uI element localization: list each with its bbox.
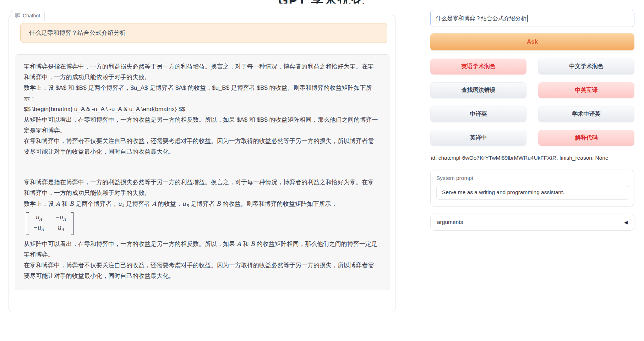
rendered-paragraph-1: 零和博弈是指在博弈中，一方的利益损失必然等于另一方的利益增益。换言之，对于每一种…: [24, 177, 379, 198]
fn-button-zh-en-mutual-translate[interactable]: 中英互译: [538, 82, 634, 98]
bot-answer-raw: 零和博弈是指在博弈中，一方的利益损失必然等于另一方的利益增益。换言之，对于每一种…: [24, 61, 379, 157]
accordion-label: arguments: [437, 219, 463, 225]
text-caret: [527, 15, 528, 22]
system-prompt-group: System prompt Serve me as a writing and …: [430, 170, 634, 207]
chat-bubble-icon: [15, 13, 20, 18]
system-prompt-label: System prompt: [436, 175, 628, 181]
user-message: 什么是零和博弈？结合公式介绍分析: [20, 23, 387, 43]
raw-paragraph-2: 数学上，设 $A$ 和 $B$ 是两个博弈者，$u_A$ 是博弈者 $A$ 的收…: [24, 83, 379, 104]
question-input[interactable]: 什么是零和博弈？结合公式介绍分析: [430, 10, 634, 27]
rendered-paragraph-4: 从矩阵中可以看出，在零和博弈中，一方的收益是另一方的相反数。所以，如果 A 和 …: [24, 238, 379, 260]
rendered-paragraph-5: 在零和博弈中，博弈者不仅要关注自己的收益，还需要考虑对手的收益。因为一方取得的收…: [24, 260, 379, 281]
fn-button-zh-to-en[interactable]: 中译英: [430, 106, 526, 122]
rendered-math-intro: 数学上，设 A 和 B 是两个博弈者，uA 是博弈者 A 的收益，uB 是博弈者…: [24, 198, 379, 211]
raw-paragraph-1: 零和博弈是指在博弈中，一方的利益损失必然等于另一方的利益增益。换言之，对于每一种…: [24, 61, 379, 83]
matrix-left-bracket: [26, 212, 29, 235]
chatbot-label: Chatbot: [23, 13, 40, 18]
raw-paragraph-5: 在零和博弈中，博弈者不仅要关注自己的收益，还需要考虑对手的收益。因为一方取得的收…: [24, 136, 379, 157]
chatbot-panel[interactable]: Chatbot 什么是零和博弈？结合公式介绍分析 零和博弈是指在博弈中，一方的利…: [9, 15, 395, 312]
rendered-matrix: uA −uA −uA uA: [24, 211, 379, 238]
accordion-collapse-icon: ◀: [624, 220, 628, 225]
matrix-right-bracket: [71, 212, 73, 235]
bot-message: 零和博弈是指在博弈中，一方的利益损失必然等于另一方的利益增益。换言之，对于每一种…: [15, 54, 390, 290]
user-message-text: 什么是零和博弈？结合公式介绍分析: [29, 29, 126, 36]
fn-button-chinese-academic-polish[interactable]: 中文学术润色: [538, 59, 634, 75]
question-input-value: 什么是零和博弈？结合公式介绍分析: [436, 15, 526, 22]
fn-button-explain-code[interactable]: 解释代码: [538, 130, 634, 146]
bot-answer-rendered: 零和博弈是指在博弈中，一方的利益损失必然等于另一方的利益增益。换言之，对于每一种…: [24, 177, 379, 281]
ask-button[interactable]: Ask: [430, 33, 634, 50]
fn-button-find-grammar-errors[interactable]: 查找语法错误: [430, 82, 526, 98]
raw-latex-formula: $$ \begin{bmatrix} u_A & -u_A \ -u_A & u…: [24, 104, 379, 115]
fn-button-en-to-zh[interactable]: 英译中: [430, 130, 526, 146]
fn-button-english-academic-polish[interactable]: 英语学术润色: [430, 59, 526, 75]
raw-paragraph-4: 从矩阵中可以看出，在零和博弈中，一方的收益是另一方的相反数。所以，如果 $A$ …: [24, 115, 379, 136]
system-prompt-value: Serve me as a writing and programming as…: [442, 189, 564, 196]
status-text: id: chatcmpl-6wOo7KrYTwMl89lbrMWRu4UkFFX…: [431, 155, 608, 161]
chatbot-label-tab: Chatbot: [11, 10, 45, 21]
fn-button-academic-zh-to-en[interactable]: 学术中译英: [538, 106, 634, 122]
system-prompt-input[interactable]: Serve me as a writing and programming as…: [436, 185, 629, 200]
arguments-accordion[interactable]: arguments ◀: [430, 214, 634, 231]
page-title-partial: GPT 学术优化: [9, 0, 634, 4]
function-button-grid: 英语学术润色 中文学术润色 查找语法错误 中英互译 中译英 学术中译英 英译中 …: [430, 59, 634, 146]
